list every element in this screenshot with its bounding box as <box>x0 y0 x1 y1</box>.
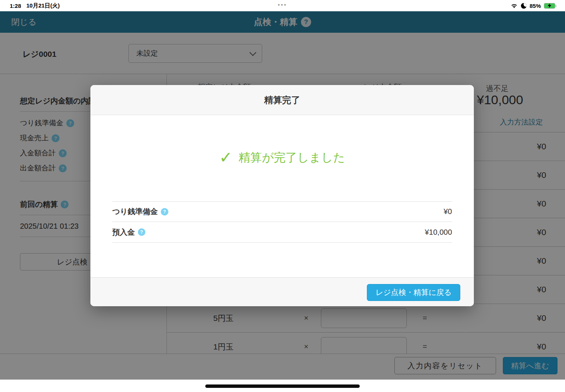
help-icon[interactable]: ? <box>138 228 145 236</box>
date: 10月21日(火) <box>26 2 60 9</box>
row-amount: ¥0 <box>444 207 452 216</box>
back-to-register-check-button[interactable]: レジ点検・精算に戻る <box>367 284 460 301</box>
status-bar: 1:28 10月21日(火) ••• 85% <box>0 0 565 11</box>
settlement-complete-dialog: 精算完了 ✓ 精算が完了しました つり銭準備金 ? ¥0 預入金 ? ¥10,0… <box>90 85 474 306</box>
battery-charging-icon <box>544 3 555 9</box>
multitask-dots-icon: ••• <box>278 2 287 8</box>
dialog-footer: レジ点検・精算に戻る <box>90 277 474 306</box>
help-icon[interactable]: ? <box>161 208 168 216</box>
dialog-header: 精算完了 <box>90 85 474 115</box>
wifi-icon <box>510 3 518 9</box>
dialog-title: 精算完了 <box>264 94 300 106</box>
bottom-safe-area <box>0 380 565 392</box>
dialog-row-deposit: 預入金 ? ¥10,000 <box>112 222 452 243</box>
row-amount: ¥10,000 <box>425 228 452 237</box>
dialog-row-change-reserve: つり銭準備金 ? ¥0 <box>112 201 452 222</box>
check-icon: ✓ <box>219 150 232 166</box>
clock: 1:28 <box>10 3 21 9</box>
screen: 1:28 10月21日(火) ••• 85% 閉じる 点検・精算 ? レジ000… <box>0 0 565 392</box>
focus-moon-icon <box>521 3 527 9</box>
battery-percent: 85% <box>530 3 541 9</box>
success-message: ✓ 精算が完了しました <box>90 150 474 166</box>
home-indicator[interactable] <box>205 384 360 388</box>
